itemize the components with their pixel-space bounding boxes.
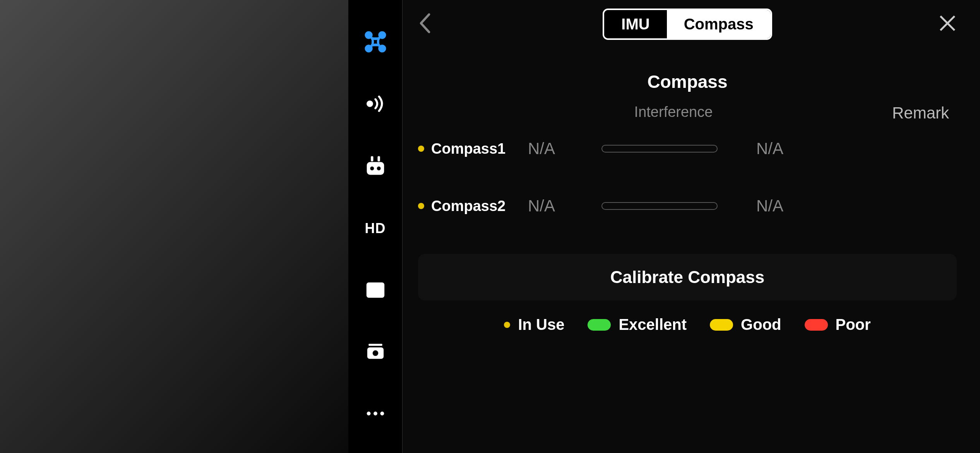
column-headers: Interference Remark — [418, 104, 957, 122]
compass-value: N/A — [528, 197, 574, 215]
calibrate-compass-button[interactable]: Calibrate Compass — [418, 254, 957, 300]
svg-point-8 — [370, 166, 374, 170]
svg-rect-11 — [368, 344, 382, 346]
compass-settings-panel: IMU Compass Compass Interference Remark … — [403, 0, 980, 453]
compass-name: Compass2 — [431, 198, 528, 214]
svg-point-13 — [372, 350, 378, 356]
remote-icon — [364, 154, 387, 178]
pill-icon — [805, 319, 828, 331]
legend-in-use: In Use — [504, 316, 564, 333]
svg-rect-7 — [367, 162, 384, 175]
svg-point-9 — [377, 166, 380, 170]
svg-rect-6 — [377, 156, 380, 161]
compass-row: Compass2 N/A N/A — [418, 197, 957, 215]
camera-preview-area — [0, 0, 348, 453]
status-legend: In Use Excellent Good Poor — [418, 316, 957, 333]
legend-poor: Poor — [805, 316, 871, 333]
back-button[interactable] — [418, 12, 441, 36]
tab-compass[interactable]: Compass — [667, 10, 771, 38]
section-title: Compass — [418, 71, 957, 92]
header-remark: Remark — [782, 104, 957, 122]
legend-excellent: Excellent — [588, 316, 687, 333]
svg-point-16 — [380, 412, 384, 415]
compass-value: N/A — [528, 139, 574, 158]
legend-good: Good — [710, 316, 781, 333]
compass-name: Compass1 — [431, 141, 528, 157]
gimbal-camera-icon — [364, 340, 387, 364]
imu-compass-segmented: IMU Compass — [603, 9, 772, 40]
close-icon — [938, 27, 957, 34]
sidebar-item-aircraft[interactable] — [348, 12, 402, 74]
svg-point-15 — [373, 412, 377, 415]
legend-label: Good — [741, 316, 781, 333]
pill-icon — [710, 319, 733, 331]
tab-imu[interactable]: IMU — [604, 10, 666, 38]
more-icon — [364, 402, 387, 426]
battery-icon — [364, 278, 387, 302]
legend-label: Excellent — [618, 316, 687, 333]
status-dot-icon — [418, 146, 424, 152]
sidebar-item-transmission[interactable]: HD — [348, 197, 402, 259]
signal-icon — [364, 93, 387, 117]
status-dot-icon — [418, 203, 424, 209]
dot-icon — [504, 322, 510, 328]
drone-icon — [364, 31, 387, 55]
header-interference: Interference — [565, 104, 782, 122]
settings-sidebar: HD — [348, 0, 403, 453]
close-button[interactable] — [934, 14, 957, 34]
sidebar-item-remote[interactable] — [348, 136, 402, 197]
legend-label: Poor — [836, 316, 871, 333]
compass-remark: N/A — [756, 139, 783, 158]
sidebar-item-battery[interactable] — [348, 259, 402, 321]
pill-icon — [588, 319, 611, 331]
sidebar-item-more[interactable] — [348, 383, 402, 445]
sidebar-item-sensing[interactable] — [348, 74, 402, 136]
chevron-left-icon — [418, 29, 433, 36]
svg-rect-5 — [371, 156, 373, 161]
hd-icon: HD — [365, 220, 386, 237]
interference-bar — [601, 202, 718, 210]
legend-label: In Use — [518, 316, 564, 333]
compass-row: Compass1 N/A N/A — [418, 139, 957, 158]
svg-point-14 — [367, 412, 370, 415]
sidebar-item-gimbal[interactable] — [348, 321, 402, 383]
compass-remark: N/A — [756, 197, 783, 215]
svg-point-4 — [367, 101, 373, 107]
interference-bar — [601, 145, 718, 153]
